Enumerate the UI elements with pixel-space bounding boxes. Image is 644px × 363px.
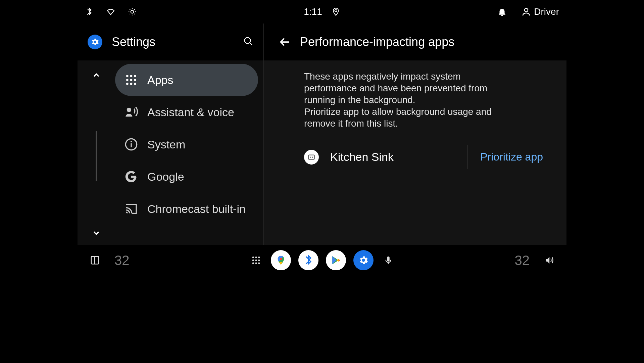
svg-point-10	[126, 83, 129, 85]
wifi-icon	[106, 7, 115, 16]
maps-app-button[interactable]	[271, 250, 291, 270]
divider	[467, 145, 467, 169]
sidebar-header: Settings	[78, 24, 263, 60]
sidebar-title: Settings	[112, 35, 155, 49]
maps-pin-icon	[276, 255, 286, 266]
svg-point-0	[131, 10, 134, 13]
bottom-dock: 32 32	[78, 245, 566, 275]
gear-icon	[358, 255, 369, 266]
svg-rect-32	[387, 257, 390, 262]
settings-app-button[interactable]	[353, 250, 374, 270]
layout-button[interactable]	[88, 253, 102, 268]
voice-assistant-button[interactable]	[381, 253, 396, 268]
profile-name: Driver	[534, 6, 559, 17]
profile-chip[interactable]: Driver	[521, 6, 559, 17]
svg-point-22	[252, 257, 254, 258]
app-name: Kitchen Sink	[330, 150, 394, 164]
svg-point-24	[258, 257, 260, 258]
detail-header: Performance-impacting apps	[264, 24, 566, 60]
scroll-down-button[interactable]	[88, 224, 105, 242]
notifications-icon[interactable]	[497, 7, 507, 17]
right-temperature[interactable]: 32	[515, 253, 530, 268]
svg-point-8	[130, 79, 133, 81]
svg-point-27	[258, 260, 260, 261]
chevron-up-icon	[92, 71, 101, 80]
svg-point-9	[134, 79, 136, 81]
volume-button[interactable]	[542, 253, 556, 268]
location-icon	[332, 7, 340, 16]
settings-gear-icon	[88, 35, 102, 49]
prioritize-app-button[interactable]: Prioritize app	[477, 145, 546, 169]
bluetooth-app-button[interactable]	[298, 250, 318, 270]
svg-line-3	[250, 43, 252, 45]
info-icon	[125, 138, 138, 151]
svg-point-28	[252, 262, 254, 264]
sidebar-item-system[interactable]: System	[115, 128, 258, 161]
sidebar-item-chromecast[interactable]: Chromecast built-in	[115, 193, 258, 225]
svg-point-31	[280, 258, 282, 260]
google-g-icon	[125, 170, 138, 183]
bluetooth-icon	[85, 7, 94, 16]
svg-point-16	[131, 141, 132, 142]
app-launcher-button[interactable]	[249, 253, 263, 268]
back-button[interactable]	[277, 34, 293, 50]
svg-point-11	[130, 83, 133, 85]
microphone-icon	[383, 255, 393, 265]
svg-point-18	[310, 156, 311, 157]
arrow-back-icon	[279, 36, 291, 48]
apps-grid-icon	[251, 255, 261, 265]
svg-point-19	[312, 156, 313, 157]
svg-point-23	[255, 257, 257, 258]
svg-point-13	[127, 108, 131, 112]
sidebar-item-google[interactable]: Google	[115, 161, 258, 193]
detail-description: These apps negatively impact system perf…	[304, 71, 512, 129]
svg-point-26	[255, 260, 257, 261]
search-button[interactable]	[243, 36, 253, 48]
assistant-voice-icon	[125, 105, 138, 119]
sidebar-item-label: System	[147, 138, 185, 151]
sidebar-item-label: Apps	[147, 74, 174, 87]
status-bar: 1:11 Driver	[78, 0, 566, 24]
brightness-icon	[128, 7, 137, 16]
app-row: Kitchen Sink Prioritize app	[304, 145, 546, 169]
svg-point-7	[126, 79, 129, 81]
sidebar-item-label: Assistant & voice	[147, 106, 234, 119]
search-icon	[243, 36, 253, 46]
bluetooth-icon	[303, 255, 314, 266]
sidebar-item-apps[interactable]: Apps	[115, 64, 258, 96]
scroll-up-button[interactable]	[88, 66, 105, 84]
svg-point-4	[126, 75, 129, 77]
app-icon	[304, 150, 319, 165]
svg-point-29	[255, 262, 257, 264]
left-temperature[interactable]: 32	[114, 253, 130, 268]
status-time: 1:11	[304, 6, 322, 17]
play-icon	[331, 255, 341, 266]
chevron-down-icon	[92, 228, 101, 238]
svg-point-1	[525, 8, 528, 12]
svg-rect-17	[308, 155, 314, 159]
person-icon	[521, 7, 531, 17]
volume-icon	[544, 255, 554, 265]
apps-grid-icon	[125, 73, 138, 87]
scrollbar[interactable]	[96, 131, 97, 181]
svg-point-30	[258, 262, 260, 264]
svg-point-6	[134, 75, 136, 77]
svg-point-2	[245, 38, 251, 44]
cast-icon	[125, 202, 138, 216]
layout-icon	[90, 255, 100, 265]
svg-point-12	[134, 83, 136, 85]
sidebar-item-label: Google	[147, 170, 184, 183]
svg-point-5	[130, 75, 133, 77]
detail-title: Performance-impacting apps	[300, 35, 454, 49]
play-store-button[interactable]	[326, 250, 346, 270]
sidebar-item-assistant[interactable]: Assistant & voice	[115, 96, 258, 128]
svg-point-25	[252, 260, 254, 261]
settings-sidebar: Settings Apps	[78, 24, 264, 245]
sidebar-item-label: Chromecast built-in	[147, 202, 246, 216]
detail-pane: Performance-impacting apps These apps ne…	[264, 24, 566, 245]
